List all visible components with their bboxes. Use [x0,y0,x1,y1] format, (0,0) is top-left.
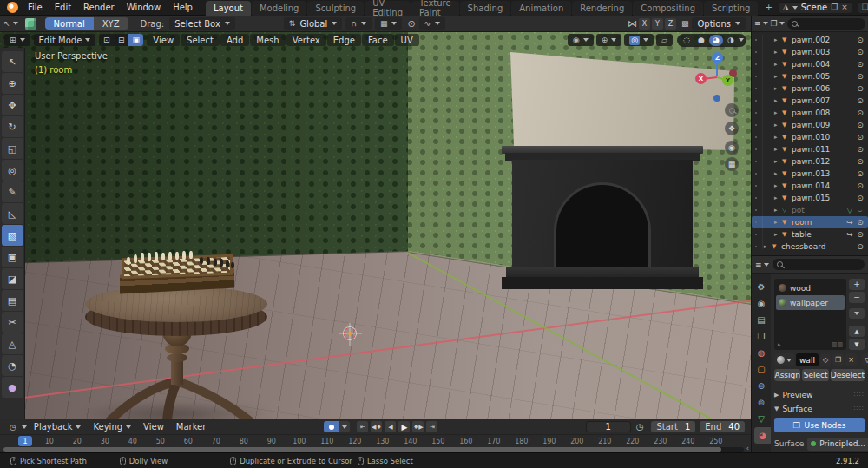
link-dropdown[interactable]: ▽ [862,353,868,366]
outliner-row-pawn.008[interactable]: ▸▼pawn.008⊙ [752,107,868,119]
view-menu[interactable]: View [138,422,169,432]
tool-extrude-region[interactable]: ▧ [2,225,23,246]
mirror-x-toggle[interactable]: X [639,18,650,30]
tab-scripting[interactable]: Scripting [704,1,758,16]
outliner-row-pawn.007[interactable]: ▸▼pawn.007⊙ [752,95,868,107]
tool-measure[interactable]: ◺ [2,203,23,224]
hide-eye-icon[interactable]: ⊙ [855,145,865,154]
tool-inset-faces[interactable]: ▣ [2,247,23,267]
tool-cursor[interactable]: ⊕ [2,73,23,94]
outliner-row-pawn.009[interactable]: ▸▼pawn.009⊙ [752,119,868,131]
properties-tab-render[interactable]: ◉ [752,295,771,312]
grip-icon[interactable]: ▥▥ [832,341,843,348]
properties-tab-physics[interactable]: ⊚ [752,394,771,411]
properties-tab-modifiers[interactable]: ⊛ [752,378,771,394]
tab-animation[interactable]: Animation [511,1,571,16]
disclosure-icon[interactable]: ▸ [774,36,782,43]
tab-sculpting[interactable]: Sculpting [307,1,364,16]
frame-end-field[interactable]: End 40 [700,421,745,432]
tab-layout[interactable]: Layout [206,1,251,16]
viewport-menu-select[interactable]: Select [181,34,220,46]
outliner-row-pawn.012[interactable]: ▸▼pawn.012⊙ [752,155,868,168]
viewport-menu-face[interactable]: Face [362,34,394,46]
disclosure-icon[interactable]: ▸ [774,73,782,80]
material-slot-wallpaper[interactable]: wallpaper [776,295,845,310]
properties-tab-object-data[interactable]: ▽ [752,411,771,427]
outliner-row-pawn.013[interactable]: ▸▼pawn.013⊙ [752,168,868,180]
outliner-row-pawn.014[interactable]: ▸▼pawn.014⊙ [752,180,868,192]
orientation-normal-button[interactable]: Normal [45,17,94,30]
disclosure-icon[interactable]: ▸ [774,122,782,129]
mirror-z-toggle[interactable]: Z [665,18,676,30]
gizmos-dropdown[interactable]: ⊕ [596,34,622,46]
gizmo-minus-z-ball[interactable] [713,95,720,102]
viewport-3d[interactable]: User Perspective (1) room Z X Y ❖ ◉ ▦ [0,32,751,419]
keying-menu[interactable]: Keying [88,422,136,432]
outliner-row-room[interactable]: ▸▼room↪⊙ [752,216,868,228]
camera-view-icon[interactable]: ◉ [725,141,739,155]
properties-editor-dropdown[interactable]: ≡ [755,260,769,269]
move-slot-down-button[interactable]: ▼ [849,339,865,350]
unlink-material-button[interactable]: × [845,353,857,366]
modifier-icon[interactable]: ↪ [845,218,855,227]
deselect-button[interactable]: Deselect [831,369,865,381]
hide-eye-icon[interactable]: ⊙ [855,230,865,239]
disclosure-icon[interactable]: ▸ [764,243,772,250]
outliner-search-input[interactable] [787,18,865,30]
scene-selector[interactable]: ◮ Scene ❐ × [779,2,852,14]
mode-dropdown[interactable]: Edit Mode [34,34,96,46]
disclosure-icon[interactable]: ▸ [774,49,782,56]
hide-eye-icon[interactable]: ⊙ [855,48,865,56]
hide-eye-icon[interactable]: ⊙ [855,36,865,44]
properties-tab-material[interactable]: ◕ [754,427,771,444]
disclosure-icon[interactable]: ▸ [774,219,782,226]
outliner-filter-dropdown[interactable]: ❐ [771,19,785,28]
assign-button[interactable]: Assign [774,369,800,381]
tool-bevel[interactable]: ◪ [2,268,23,289]
drag-mode-dropdown[interactable]: Select Box [169,17,235,30]
material-preview-button[interactable]: ◕ [709,35,723,46]
hide-eye-closed-icon[interactable]: ⌣ [855,206,865,215]
tool-loop-cut[interactable]: ▤ [2,290,23,311]
object-visibility-dropdown[interactable]: ◉ [568,34,594,46]
hide-eye-icon[interactable]: ⊙ [855,84,865,93]
prev-keyframe-button[interactable]: ◀♦ [371,421,382,432]
properties-tab-object[interactable]: ▢ [752,361,771,378]
outliner-row-pot[interactable]: ▸▽pot▽⌣ [752,204,868,216]
menu-render[interactable]: Render [77,0,121,16]
tab-texture-paint[interactable]: Texture Paint [411,1,459,16]
tool-smooth[interactable]: ● [2,377,23,398]
edge-select-button[interactable]: ⊟ [114,34,128,46]
disclosure-icon[interactable]: ▸ [774,61,782,68]
tool-move[interactable]: ✥ [2,95,23,115]
hide-eye-icon[interactable]: ⊙ [855,96,865,105]
view-layer-selector[interactable]: ❏ View Layer ❐ × [858,2,868,14]
orthographic-grid-icon[interactable]: ▦ [725,157,739,171]
outliner-row-pawn.005[interactable]: ▸▼pawn.005⊙ [752,70,868,82]
slot-specials-dropdown[interactable] [849,308,865,320]
playback-menu[interactable]: Playback [29,422,87,432]
remove-slot-button[interactable]: − [849,292,865,303]
hide-eye-icon[interactable]: ⊙ [855,242,865,251]
new-material-button[interactable]: ❐ [832,353,844,366]
pan-hand-icon[interactable]: ❖ [725,122,739,135]
hide-eye-icon[interactable]: ⊙ [855,169,865,178]
hide-eye-icon[interactable]: ⊙ [855,109,865,117]
gizmo-z-ball[interactable]: Z [712,52,723,63]
outliner-row-pawn.010[interactable]: ▸▼pawn.010⊙ [752,131,868,143]
outliner-display-mode-dropdown[interactable]: ≡ [754,19,768,28]
mirror-y-toggle[interactable]: Y [652,18,663,30]
outliner-row-pawn.011[interactable]: ▸▼pawn.011⊙ [752,143,868,155]
options-dropdown[interactable]: Options [692,17,746,30]
current-frame-field[interactable]: 1 [586,421,631,432]
scrollbar-handle[interactable] [3,447,721,452]
outliner-row-table[interactable]: ▸▼table↪⊙ [752,228,868,241]
hide-eye-icon[interactable]: ⊙ [855,157,865,166]
viewport-menu-vertex[interactable]: Vertex [286,34,326,46]
menu-edit[interactable]: Edit [49,0,77,16]
properties-tab-view-layer[interactable]: ❐ [752,328,771,345]
disclosure-icon[interactable]: ▸ [774,231,782,238]
surface-panel-header[interactable]: ▼ Surface ∷∷ [774,402,865,415]
timeline-scrollbar[interactable] [3,447,744,452]
face-select-button[interactable]: ▣ [128,34,143,46]
